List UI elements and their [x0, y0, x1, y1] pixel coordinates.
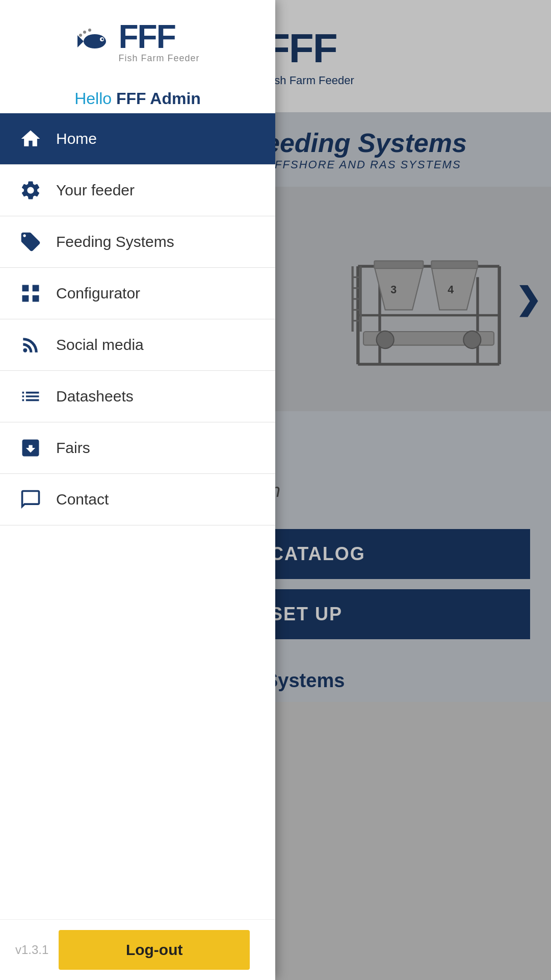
rss-icon [15, 334, 46, 356]
grid-icon [15, 282, 46, 305]
tags-icon [15, 231, 46, 253]
sidebar-item-fairs[interactable]: Fairs [0, 422, 275, 474]
sidebar-item-your-feeder-label: Your feeder [56, 182, 135, 199]
sidebar-item-fairs-label: Fairs [56, 439, 90, 457]
home-icon [15, 128, 46, 150]
logo-text-wrapper: FFF Fish Farm Feeder [118, 20, 199, 64]
sidebar-logo: FFF Fish Farm Feeder [0, 0, 275, 79]
logo-fff: FFF [118, 20, 199, 53]
sidebar-item-home[interactable]: Home [0, 113, 275, 165]
sidebar-item-feeding-systems-label: Feeding Systems [56, 233, 174, 250]
sidebar-item-social-media[interactable]: Social media [0, 319, 275, 371]
logo-subtitle: Fish Farm Feeder [118, 53, 199, 64]
sidebar-item-home-label: Home [56, 130, 97, 147]
sidebar-item-contact-label: Contact [56, 491, 109, 508]
sidebar-item-contact[interactable]: Contact [0, 474, 275, 525]
sidebar-drawer: FFF Fish Farm Feeder Hello FFF Admin Hom… [0, 0, 275, 980]
svg-point-27 [83, 31, 86, 34]
fish-icon [75, 27, 111, 57]
contact-icon [15, 488, 46, 511]
nav-list: Home Your feeder Feeding Systems Configu… [0, 113, 275, 919]
logout-button[interactable]: Log-out [59, 930, 250, 970]
greeting-name: FFF Admin [116, 89, 201, 108]
svg-marker-24 [77, 35, 84, 47]
svg-point-26 [101, 38, 103, 40]
svg-point-23 [84, 34, 106, 48]
sidebar-item-your-feeder[interactable]: Your feeder [0, 165, 275, 216]
sidebar-item-feeding-systems[interactable]: Feeding Systems [0, 216, 275, 268]
sidebar-item-configurator[interactable]: Configurator [0, 268, 275, 319]
greeting: Hello FFF Admin [0, 79, 275, 113]
svg-point-29 [79, 34, 82, 37]
svg-point-28 [88, 29, 91, 32]
sidebar-item-configurator-label: Configurator [56, 285, 140, 302]
sidebar-item-datasheets-label: Datasheets [56, 388, 134, 405]
sidebar-footer: v1.3.1 Log-out [0, 919, 275, 980]
export-icon [15, 437, 46, 459]
sidebar-item-social-media-label: Social media [56, 336, 144, 354]
sidebar-item-datasheets[interactable]: Datasheets [0, 371, 275, 422]
settings-icon [15, 179, 46, 202]
list-icon [15, 385, 46, 408]
greeting-prefix: Hello [74, 89, 116, 108]
version-label: v1.3.1 [15, 943, 48, 957]
